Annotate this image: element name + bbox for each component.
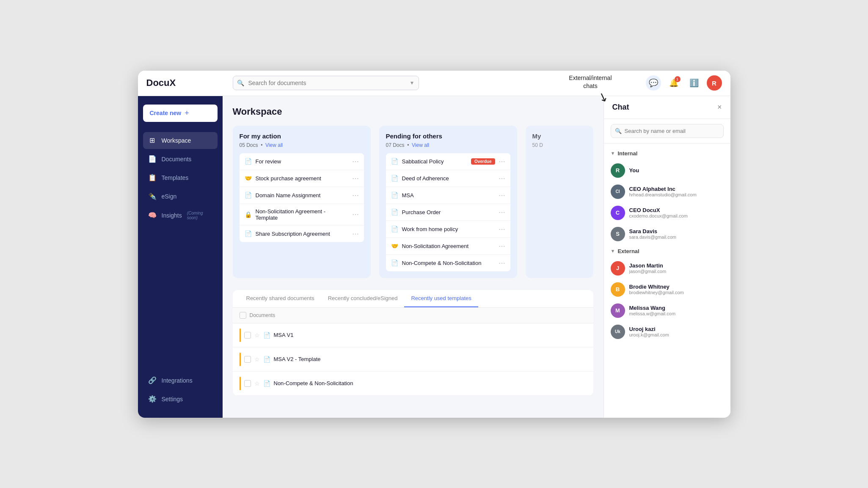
view-all-1[interactable]: View all	[265, 142, 283, 148]
doc-count-1: 05 Docs	[240, 142, 258, 148]
sidebar-settings-label: Settings	[162, 396, 212, 403]
tab-recently-concluded[interactable]: Recently concluded/eSigned	[321, 290, 405, 307]
contact-avatar: R	[611, 163, 625, 178]
doc-item[interactable]: 🤝 Stock purchase agreement ⋯	[240, 170, 364, 187]
contact-avatar: J	[611, 261, 625, 276]
sidebar-item-esign[interactable]: ✒️ eSign	[143, 188, 218, 205]
doc-file-icon: 📄	[245, 230, 252, 237]
my-docs-card: My 50 D	[526, 126, 593, 278]
doc-item[interactable]: 📄 Deed of Adherence ⋯	[386, 170, 510, 187]
search-input[interactable]	[233, 76, 419, 90]
sidebar-templates-label: Templates	[162, 174, 212, 181]
doc-more-icon[interactable]: ⋯	[499, 225, 505, 233]
chat-contact-brodie[interactable]: B Brodie Whitney brodiewhitney@gmail.com	[604, 279, 730, 300]
doc-item[interactable]: 🔒 Non-Solicitation Agreement - Template …	[240, 204, 364, 226]
file-icon: 📄	[263, 332, 270, 339]
doc-more-icon[interactable]: ⋯	[352, 157, 359, 165]
card-header-1: For my action	[240, 132, 364, 140]
chat-section-internal[interactable]: ▼ Internal	[604, 147, 730, 160]
contact-avatar: CI	[611, 185, 625, 199]
chat-contact-ceo-docux[interactable]: C CEO DocuX cxodemo.docux@gmail.com	[604, 202, 730, 223]
doc-more-icon[interactable]: ⋯	[499, 191, 505, 199]
documents-icon: 📄	[148, 155, 157, 163]
doc-item[interactable]: 🤝 Non-Solicitation Agreement ⋯	[386, 238, 510, 255]
search-bar-wrapper: 🔍 ▼	[233, 76, 419, 90]
doc-more-icon[interactable]: ⋯	[352, 230, 359, 238]
contact-avatar: B	[611, 282, 625, 297]
chat-contact-sara[interactable]: S Sara Davis sara.davis@gmail.com	[604, 223, 730, 245]
chat-contact-you[interactable]: R You	[604, 160, 730, 181]
doc-item[interactable]: 📄 Work from home policy ⋯	[386, 221, 510, 238]
tab-recently-used-templates[interactable]: Recently used templates	[404, 290, 478, 307]
row-checkbox[interactable]	[244, 380, 251, 387]
sidebar-item-integrations[interactable]: 🔗 Integrations	[143, 372, 218, 389]
chat-button[interactable]: 💬	[646, 75, 661, 91]
pending-for-others-card: Pending for others 07 Docs • View all 📄 …	[379, 126, 517, 278]
chat-contact-ceo-alphabet[interactable]: CI CEO Alphabet Inc hrhead.dreamstudio@g…	[604, 181, 730, 202]
create-new-button[interactable]: Create new +	[143, 105, 218, 122]
tab-recently-shared[interactable]: Recently shared documents	[240, 290, 321, 307]
doc-more-icon[interactable]: ⋯	[352, 191, 359, 199]
doc-name: MSA	[402, 192, 495, 199]
row-name: Non-Compete & Non-Solicitation	[274, 380, 587, 386]
chat-contact-urooj[interactable]: Uk Urooj kazi urooj.k@gmail.com	[604, 321, 730, 342]
view-all-2[interactable]: View all	[412, 142, 429, 148]
table-row[interactable]: ☆ 📄 Non-Compete & Non-Solicitation	[233, 372, 593, 396]
sidebar-item-templates[interactable]: 📋 Templates	[143, 169, 218, 186]
contact-email: hrhead.dreamstudio@gmail.com	[629, 192, 724, 197]
contact-info: Jason Martin jason@gmail.com	[629, 262, 724, 274]
sidebar-item-settings[interactable]: ⚙️ Settings	[143, 391, 218, 408]
contact-info: You	[629, 167, 724, 174]
contact-email: urooj.k@gmail.com	[629, 332, 724, 337]
row-name: MSA V2 - Template	[274, 356, 587, 362]
chevron-down-icon: ▼	[410, 80, 415, 86]
doc-file-icon: 📄	[391, 192, 399, 199]
doc-item[interactable]: 📄 Non-Compete & Non-Solicitation ⋯	[386, 255, 510, 271]
star-icon[interactable]: ☆	[254, 380, 260, 387]
doc-item[interactable]: 📄 Sabbatical Policy Overdue ⋯	[386, 153, 510, 170]
doc-more-icon[interactable]: ⋯	[499, 242, 505, 250]
user-avatar[interactable]: R	[707, 75, 722, 91]
doc-item[interactable]: 📄 For review ⋯	[240, 153, 364, 170]
chevron-icon: ▼	[611, 151, 615, 156]
doc-more-icon[interactable]: ⋯	[499, 259, 505, 267]
doc-more-icon[interactable]: ⋯	[499, 208, 505, 216]
content-area: Workspace For my action 05 Docs • View a…	[223, 96, 603, 418]
star-icon[interactable]: ☆	[254, 356, 260, 363]
doc-more-icon[interactable]: ⋯	[499, 157, 505, 165]
sidebar-item-insights[interactable]: 🧠 Insights (Coming soon)	[143, 207, 218, 224]
chat-section-external[interactable]: ▼ External	[604, 245, 730, 258]
doc-item[interactable]: 📄 Purchase Order ⋯	[386, 204, 510, 221]
info-button[interactable]: ℹ️	[686, 75, 702, 91]
table-row[interactable]: ☆ 📄 MSA V1	[233, 323, 593, 347]
contact-name: CEO Alphabet Inc	[629, 186, 724, 192]
doc-list-3	[532, 153, 587, 238]
sidebar-item-documents[interactable]: 📄 Documents	[143, 151, 218, 168]
sidebar-insights-label: Insights	[162, 212, 182, 219]
header-checkbox[interactable]	[240, 312, 246, 319]
doc-item[interactable]: 📄 MSA ⋯	[386, 187, 510, 204]
notifications-button[interactable]: 🔔 1	[666, 75, 681, 91]
doc-more-icon[interactable]: ⋯	[352, 210, 359, 218]
row-checkbox[interactable]	[244, 332, 251, 339]
doc-item[interactable]: 📄 Share Subscription Agreement ⋯	[240, 226, 364, 242]
app-logo: DocuX	[146, 77, 223, 88]
page-title: Workspace	[233, 106, 593, 117]
doc-more-icon[interactable]: ⋯	[352, 174, 359, 182]
chat-contact-jason[interactable]: J Jason Martin jason@gmail.com	[604, 258, 730, 279]
doc-name: Share Subscription Agreement	[256, 231, 349, 237]
contact-info: Sara Davis sara.davis@gmail.com	[629, 228, 724, 240]
doc-item[interactable]: 📄 Domain Name Assignment ⋯	[240, 187, 364, 204]
tabs-row: Recently shared documents Recently concl…	[233, 290, 593, 308]
sidebar-item-workspace[interactable]: ⊞ Workspace	[143, 132, 218, 149]
chat-contact-melissa[interactable]: M Melissa Wang melissa.w@gmail.com	[604, 300, 730, 321]
settings-icon: ⚙️	[148, 395, 157, 403]
table-row[interactable]: ☆ 📄 MSA V2 - Template	[233, 347, 593, 372]
chat-close-button[interactable]: ×	[717, 103, 722, 112]
star-icon[interactable]: ☆	[254, 332, 260, 339]
notification-badge: 1	[675, 76, 681, 82]
chat-search-wrapper: 🔍	[604, 119, 730, 143]
chat-search-input[interactable]	[611, 124, 724, 138]
row-checkbox[interactable]	[244, 356, 251, 363]
doc-more-icon[interactable]: ⋯	[499, 174, 505, 182]
